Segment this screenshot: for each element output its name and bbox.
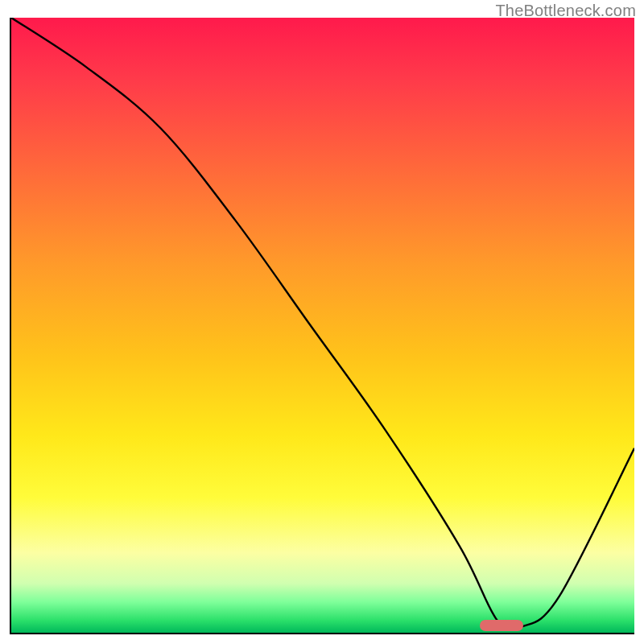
- bottleneck-curve-path: [11, 18, 634, 630]
- bottleneck-chart: TheBottleneck.com: [0, 0, 644, 644]
- curve-svg: [11, 18, 634, 633]
- plot-area: [10, 18, 634, 634]
- optimal-marker: [480, 620, 523, 631]
